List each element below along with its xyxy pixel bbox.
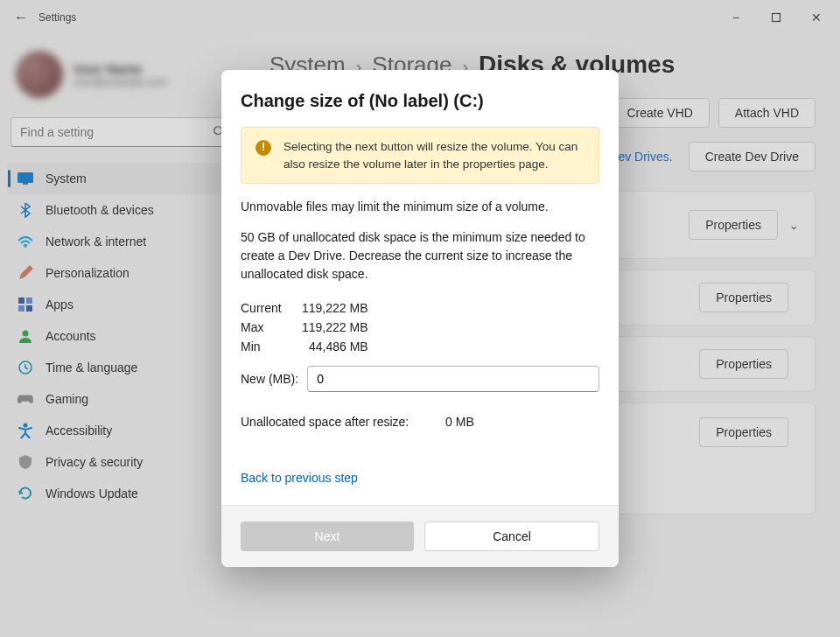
titlebar: ← Settings − ✕: [0, 0, 840, 35]
search-box[interactable]: [10, 117, 234, 147]
max-label: Max: [241, 320, 302, 334]
maximize-button[interactable]: [756, 0, 796, 35]
svg-point-10: [23, 331, 29, 337]
close-button[interactable]: ✕: [796, 0, 836, 35]
resize-dialog: Change size of (No label) (C:) ! Selecti…: [221, 70, 619, 567]
window-title: Settings: [38, 11, 76, 24]
min-label: Min: [241, 340, 302, 354]
accounts-icon: [18, 328, 33, 344]
nav-item-time[interactable]: Time & language: [7, 352, 238, 383]
apps-icon: [18, 297, 33, 312]
nav-item-accounts[interactable]: Accounts: [7, 320, 238, 352]
unallocated-label: Unallocated space after resize:: [241, 415, 409, 429]
nav-item-accessibility[interactable]: Accessibility: [7, 415, 238, 446]
personalization-icon: [18, 265, 33, 281]
accessibility-icon: [18, 423, 33, 438]
chevron-up-icon: ⌃: [788, 218, 799, 232]
nav-label: Bluetooth & devices: [46, 203, 154, 217]
back-link[interactable]: Back to previous step: [241, 471, 358, 485]
search-input[interactable]: [20, 125, 213, 139]
nav-label: Privacy & security: [46, 455, 143, 469]
update-icon: [18, 486, 33, 501]
svg-rect-9: [26, 305, 32, 312]
properties-button[interactable]: Properties: [689, 210, 778, 240]
svg-rect-0: [773, 14, 780, 22]
min-value: 44,486 MB: [302, 340, 368, 354]
time-icon: [18, 360, 33, 375]
properties-button[interactable]: Properties: [699, 417, 788, 447]
current-value: 119,222 MB: [302, 301, 368, 315]
network-icon: [18, 234, 33, 249]
dialog-note: Unmovable files may limit the minimum si…: [241, 198, 599, 216]
info-banner: ! Selecting the next button will resize …: [241, 127, 599, 184]
warning-icon: !: [256, 140, 271, 156]
nav-item-network[interactable]: Network & internet: [7, 226, 238, 257]
nav-label: Accessibility: [46, 424, 112, 438]
gaming-icon: [18, 391, 33, 407]
nav-label: Apps: [46, 298, 74, 312]
dialog-desc: 50 GB of unallocated disk space is the m…: [241, 228, 599, 284]
svg-rect-8: [18, 305, 24, 312]
cancel-button[interactable]: Cancel: [424, 522, 599, 551]
nav-label: Windows Update: [46, 486, 138, 500]
dialog-footer: Next Cancel: [221, 505, 619, 567]
privacy-icon: [18, 454, 33, 470]
properties-button[interactable]: Properties: [699, 283, 788, 312]
svg-rect-6: [18, 298, 24, 304]
bluetooth-icon: [18, 202, 33, 218]
minimize-button[interactable]: −: [716, 0, 756, 35]
nav-item-gaming[interactable]: Gaming: [7, 383, 238, 415]
svg-point-12: [24, 424, 28, 428]
nav-label: Time & language: [46, 360, 137, 374]
nav-list: System Bluetooth & devices Network & int…: [7, 163, 238, 509]
svg-point-5: [24, 246, 26, 248]
nav-item-bluetooth[interactable]: Bluetooth & devices: [7, 194, 238, 226]
nav-label: System: [46, 172, 87, 186]
create-dev-drive-button[interactable]: Create Dev Drive: [689, 142, 816, 172]
nav-label: Gaming: [46, 392, 88, 406]
next-button[interactable]: Next: [241, 522, 414, 551]
nav-label: Personalization: [46, 266, 130, 280]
nav-label: Network & internet: [46, 234, 146, 248]
svg-rect-4: [23, 183, 28, 185]
back-button[interactable]: ←: [10, 7, 32, 28]
avatar: [16, 51, 63, 98]
dialog-title: Change size of (No label) (C:): [241, 91, 599, 111]
create-vhd-button[interactable]: Create VHD: [610, 98, 709, 128]
svg-rect-3: [18, 172, 33, 183]
unallocated-value: 0 MB: [445, 415, 474, 429]
system-icon: [18, 171, 33, 186]
svg-rect-7: [26, 298, 32, 304]
nav-item-system[interactable]: System: [7, 163, 238, 194]
max-value: 119,222 MB: [302, 320, 368, 334]
account-email: user@example.com: [74, 76, 167, 88]
nav-item-personalization[interactable]: Personalization: [7, 257, 238, 289]
nav-item-update[interactable]: Windows Update: [7, 478, 238, 509]
properties-button[interactable]: Properties: [699, 349, 788, 379]
size-table: Current119,222 MB Max119,222 MB Min44,48…: [241, 301, 599, 354]
nav-label: Accounts: [46, 329, 96, 343]
new-size-label: New (MB):: [241, 372, 298, 386]
account-name: User Name: [74, 61, 167, 76]
nav-item-apps[interactable]: Apps: [7, 289, 238, 320]
attach-vhd-button[interactable]: Attach VHD: [718, 98, 816, 128]
nav-item-privacy[interactable]: Privacy & security: [7, 446, 238, 478]
info-text: Selecting the next button will resize th…: [284, 138, 584, 172]
new-size-input[interactable]: [307, 366, 599, 392]
account-block[interactable]: User Name user@example.com: [7, 46, 238, 112]
current-label: Current: [241, 301, 302, 315]
sidebar: User Name user@example.com System Blueto…: [0, 35, 245, 637]
unallocated-row: Unallocated space after resize: 0 MB: [241, 415, 599, 429]
